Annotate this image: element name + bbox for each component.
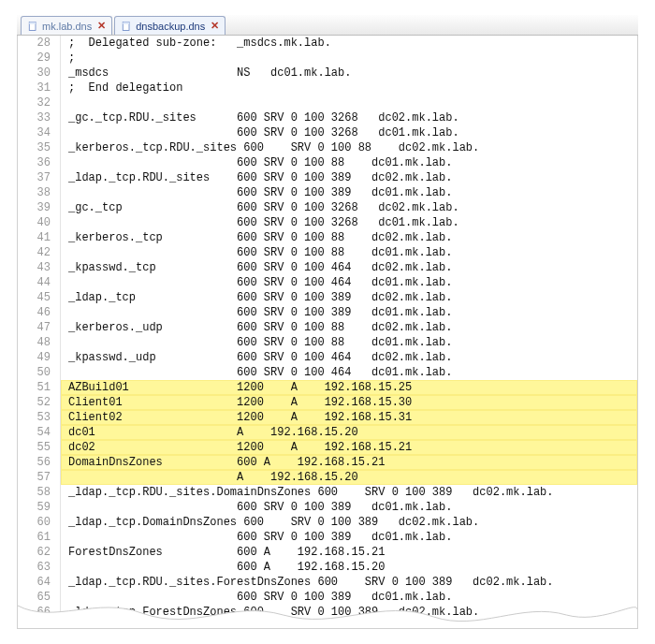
code-line[interactable]: 41_kerberos._tcp 600 SRV 0 100 88 dc02.m… bbox=[18, 230, 637, 245]
code-line[interactable]: 33_gc._tcp.RDU._sites 600 SRV 0 100 3268… bbox=[18, 110, 637, 125]
code-content: 600 SRV 0 100 3268 dc01.mk.lab. bbox=[61, 125, 637, 140]
line-number: 62 bbox=[18, 545, 61, 560]
code-line[interactable]: 29; bbox=[18, 51, 637, 66]
code-content: Client01 1200 A 192.168.15.30 bbox=[61, 395, 637, 410]
code-line[interactable]: 47_kerberos._udp 600 SRV 0 100 88 dc02.m… bbox=[18, 320, 637, 335]
code-line[interactable]: 54dc01 A 192.168.15.20 bbox=[18, 425, 637, 440]
line-number: 48 bbox=[18, 335, 61, 350]
code-content: 600 SRV 0 100 464 dc01.mk.lab. bbox=[61, 275, 637, 290]
code-line[interactable]: 28; Delegated sub-zone: _msdcs.mk.lab. bbox=[18, 36, 637, 51]
code-line[interactable]: 43_kpasswd._tcp 600 SRV 0 100 464 dc02.m… bbox=[18, 260, 637, 275]
code-line[interactable]: 45_ldap._tcp 600 SRV 0 100 389 dc02.mk.l… bbox=[18, 290, 637, 305]
code-content: _ldap._tcp.RDU._sites.DomainDnsZones 600… bbox=[61, 485, 637, 500]
line-number: 53 bbox=[18, 410, 61, 425]
code-content: AZBuild01 1200 A 192.168.15.25 bbox=[61, 380, 637, 395]
code-content: _kerberos._udp 600 SRV 0 100 88 dc02.mk.… bbox=[61, 320, 637, 335]
line-number: 65 bbox=[18, 590, 61, 605]
line-number: 46 bbox=[18, 305, 61, 320]
code-line[interactable]: 56DomainDnsZones 600 A 192.168.15.21 bbox=[18, 455, 637, 470]
tab-label: mk.lab.dns bbox=[42, 21, 92, 32]
code-line[interactable]: 39_gc._tcp 600 SRV 0 100 3268 dc02.mk.la… bbox=[18, 200, 637, 215]
code-content: _kpasswd._udp 600 SRV 0 100 464 dc02.mk.… bbox=[61, 350, 637, 365]
code-content: 600 SRV 0 100 88 dc01.mk.lab. bbox=[61, 245, 637, 260]
code-line[interactable]: 46 600 SRV 0 100 389 dc01.mk.lab. bbox=[18, 305, 637, 320]
code-line[interactable]: 37_ldap._tcp.RDU._sites 600 SRV 0 100 38… bbox=[18, 170, 637, 185]
code-content: 600 SRV 0 100 3268 dc01.mk.lab. bbox=[61, 215, 637, 230]
code-line[interactable]: 30_msdcs NS dc01.mk.lab. bbox=[18, 66, 637, 80]
code-content: 600 SRV 0 100 389 dc01.mk.lab. bbox=[61, 185, 637, 200]
line-number: 34 bbox=[18, 125, 61, 140]
code-line[interactable]: 44 600 SRV 0 100 464 dc01.mk.lab. bbox=[18, 275, 637, 290]
code-line[interactable]: 62ForestDnsZones 600 A 192.168.15.21 bbox=[18, 545, 637, 560]
code-line[interactable]: 38 600 SRV 0 100 389 dc01.mk.lab. bbox=[18, 185, 637, 200]
code-lines: 28; Delegated sub-zone: _msdcs.mk.lab.29… bbox=[18, 36, 637, 629]
code-content: ; Delegated sub-zone: _msdcs.mk.lab. bbox=[61, 36, 637, 51]
code-line[interactable]: 61 600 SRV 0 100 389 dc01.mk.lab. bbox=[18, 530, 637, 545]
code-content: Client02 1200 A 192.168.15.31 bbox=[61, 410, 637, 425]
code-line[interactable]: 66_ldap._tcp.ForestDnsZones 600 SRV 0 10… bbox=[18, 605, 637, 620]
line-number: 43 bbox=[18, 260, 61, 275]
code-line[interactable]: 48 600 SRV 0 100 88 dc01.mk.lab. bbox=[18, 335, 637, 350]
line-number: 67 bbox=[18, 620, 61, 629]
code-line[interactable]: 35_kerberos._tcp.RDU._sites 600 SRV 0 10… bbox=[18, 140, 637, 155]
code-line[interactable]: 67 600 SRV 0 100 389 dc01.mk.lab. bbox=[18, 620, 637, 629]
svg-rect-3 bbox=[123, 22, 129, 23]
line-number: 61 bbox=[18, 530, 61, 545]
line-number: 32 bbox=[18, 95, 61, 110]
code-content: DomainDnsZones 600 A 192.168.15.21 bbox=[61, 455, 637, 470]
code-line[interactable]: 59 600 SRV 0 100 389 dc01.mk.lab. bbox=[18, 500, 637, 515]
line-number: 49 bbox=[18, 350, 61, 365]
line-number: 37 bbox=[18, 170, 61, 185]
line-number: 58 bbox=[18, 485, 61, 500]
code-line[interactable]: 42 600 SRV 0 100 88 dc01.mk.lab. bbox=[18, 245, 637, 260]
code-line[interactable]: 40 600 SRV 0 100 3268 dc01.mk.lab. bbox=[18, 215, 637, 230]
code-line[interactable]: 49_kpasswd._udp 600 SRV 0 100 464 dc02.m… bbox=[18, 350, 637, 365]
line-number: 30 bbox=[18, 66, 61, 80]
code-content: A 192.168.15.20 bbox=[61, 470, 637, 485]
code-content: 600 SRV 0 100 464 dc01.mk.lab. bbox=[61, 365, 637, 380]
line-number: 40 bbox=[18, 215, 61, 230]
line-number: 47 bbox=[18, 320, 61, 335]
code-line[interactable]: 60_ldap._tcp.DomainDnsZones 600 SRV 0 10… bbox=[18, 515, 637, 530]
code-line[interactable]: 36 600 SRV 0 100 88 dc01.mk.lab. bbox=[18, 155, 637, 170]
code-content: _kerberos._tcp.RDU._sites 600 SRV 0 100 … bbox=[61, 140, 637, 155]
text-editor-area[interactable]: 28; Delegated sub-zone: _msdcs.mk.lab.29… bbox=[17, 36, 638, 629]
line-number: 33 bbox=[18, 110, 61, 125]
line-number: 64 bbox=[18, 575, 61, 590]
close-icon[interactable]: ✕ bbox=[211, 20, 219, 32]
tab-inactive-file[interactable]: mk.lab.dns ✕ bbox=[21, 16, 112, 35]
code-line[interactable]: 51AZBuild01 1200 A 192.168.15.25 bbox=[18, 380, 637, 395]
code-line[interactable]: 65 600 SRV 0 100 389 dc01.mk.lab. bbox=[18, 590, 637, 605]
line-number: 29 bbox=[18, 51, 61, 66]
code-line[interactable]: 52Client01 1200 A 192.168.15.30 bbox=[18, 395, 637, 410]
file-icon bbox=[121, 21, 132, 32]
line-number: 54 bbox=[18, 425, 61, 440]
code-content: dc01 A 192.168.15.20 bbox=[61, 425, 637, 440]
code-line[interactable]: 31; End delegation bbox=[18, 80, 637, 95]
code-line[interactable]: 32 bbox=[18, 95, 637, 110]
line-number: 56 bbox=[18, 455, 61, 470]
code-line[interactable]: 55dc02 1200 A 192.168.15.21 bbox=[18, 440, 637, 455]
code-line[interactable]: 50 600 SRV 0 100 464 dc01.mk.lab. bbox=[18, 365, 637, 380]
code-content: ; bbox=[61, 51, 637, 66]
code-line[interactable]: 64_ldap._tcp.RDU._sites.ForestDnsZones 6… bbox=[18, 575, 637, 590]
code-line[interactable]: 63 600 A 192.168.15.20 bbox=[18, 560, 637, 575]
line-number: 36 bbox=[18, 155, 61, 170]
code-line[interactable]: 57 A 192.168.15.20 bbox=[18, 470, 637, 485]
code-line[interactable]: 34 600 SRV 0 100 3268 dc01.mk.lab. bbox=[18, 125, 637, 140]
code-content: 600 SRV 0 100 389 dc01.mk.lab. bbox=[61, 590, 637, 605]
code-content bbox=[61, 95, 637, 110]
close-icon[interactable]: ✕ bbox=[97, 20, 106, 32]
code-content: _msdcs NS dc01.mk.lab. bbox=[61, 66, 637, 80]
code-line[interactable]: 53Client02 1200 A 192.168.15.31 bbox=[18, 410, 637, 425]
line-number: 51 bbox=[18, 380, 61, 395]
tab-label: dnsbackup.dns bbox=[136, 21, 205, 32]
code-content: 600 SRV 0 100 88 dc01.mk.lab. bbox=[61, 155, 637, 170]
line-number: 55 bbox=[18, 440, 61, 455]
code-content: _gc._tcp.RDU._sites 600 SRV 0 100 3268 d… bbox=[61, 110, 637, 125]
line-number: 50 bbox=[18, 365, 61, 380]
code-content: ForestDnsZones 600 A 192.168.15.21 bbox=[61, 545, 637, 560]
tab-active-file[interactable]: dnsbackup.dns ✕ bbox=[114, 16, 226, 35]
code-line[interactable]: 58_ldap._tcp.RDU._sites.DomainDnsZones 6… bbox=[18, 485, 637, 500]
code-content: ; End delegation bbox=[61, 80, 637, 95]
